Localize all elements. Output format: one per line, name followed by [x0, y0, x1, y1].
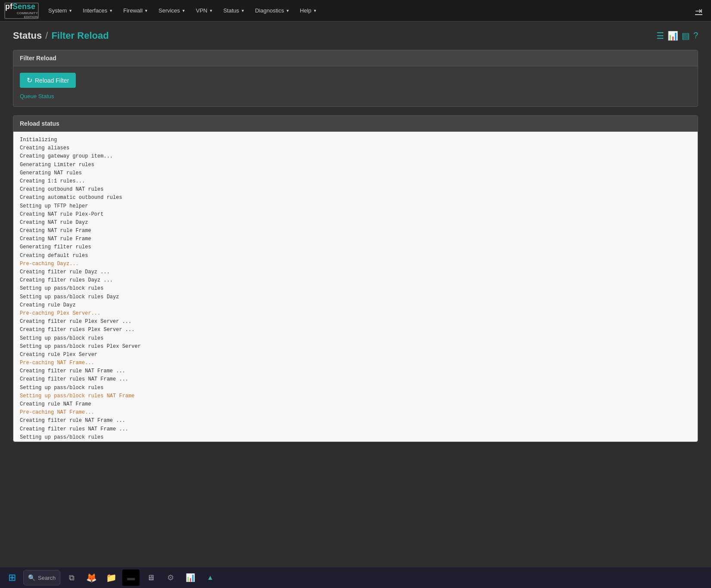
- log-line: Creating default rules: [20, 252, 691, 260]
- log-area[interactable]: InitializingCreating aliasesCreating gat…: [13, 132, 698, 442]
- log-line: Pre-caching Dayz...: [20, 260, 691, 268]
- log-line: Pre-caching NAT Frame...: [20, 409, 691, 417]
- log-line: Creating filter rules Plex Server ...: [20, 326, 691, 334]
- help-icon[interactable]: ?: [693, 31, 698, 41]
- breadcrumb-current: Filter Reload: [51, 30, 109, 41]
- log-line: Creating filter rule Dayz ...: [20, 268, 691, 276]
- reload-icon: ↻: [27, 76, 32, 84]
- logout-button[interactable]: ⇥: [691, 6, 707, 16]
- taskbar: ⊞ 🔍 Search ⧉ 🦊 📁 ▬ 🖥 ⚙ 📊 ▲: [0, 567, 711, 588]
- log-line: Generating Limiter rules: [20, 161, 691, 169]
- firefox-button[interactable]: 🦊: [83, 569, 100, 586]
- log-line: Creating filter rule NAT Frame ...: [20, 417, 691, 425]
- log-line: Setting up pass/block rules: [20, 285, 691, 293]
- log-line: Creating NAT rule Frame: [20, 235, 691, 243]
- log-line: Creating filter rule Plex Server ...: [20, 318, 691, 326]
- log-line: Setting up pass/block rules: [20, 433, 691, 442]
- queue-status-link[interactable]: Queue Status: [20, 93, 54, 99]
- breadcrumb: Status / Filter Reload: [13, 30, 109, 41]
- breadcrumb-icons: ☰ 📊 ▤ ?: [656, 31, 698, 41]
- log-line: Creating rule Dayz: [20, 301, 691, 309]
- settings-button[interactable]: ⚙: [162, 569, 179, 586]
- logo-text: pf: [5, 2, 12, 11]
- log-line: Creating automatic outbound rules: [20, 194, 691, 202]
- filter-reload-heading: Filter Reload: [13, 50, 698, 66]
- edition-text: COMMUNITY EDITION: [5, 11, 38, 19]
- log-line: Creating NAT rule Plex-Port: [20, 210, 691, 219]
- log-line: Generating NAT rules: [20, 169, 691, 177]
- breadcrumb-separator: /: [45, 30, 48, 41]
- reload-status-panel: Reload status InitializingCreating alias…: [13, 115, 698, 442]
- folder-button[interactable]: 📁: [102, 569, 120, 586]
- windows-start-button[interactable]: ⊞: [3, 569, 21, 586]
- log-line: Creating gateway group item...: [20, 152, 691, 161]
- monitor-button[interactable]: 🖥: [142, 569, 159, 586]
- nav-vpn[interactable]: VPN▼: [191, 0, 218, 22]
- log-line: Initializing: [20, 136, 691, 144]
- reload-filter-button[interactable]: ↻ Reload Filter: [20, 73, 76, 88]
- taskbar-search-box[interactable]: 🔍 Search: [23, 570, 60, 585]
- log-line: Creating outbound NAT rules: [20, 186, 691, 194]
- nav-system[interactable]: System▼: [43, 0, 78, 22]
- nav-help[interactable]: Help▼: [295, 0, 322, 22]
- log-line: Creating 1:1 rules...: [20, 177, 691, 186]
- breadcrumb-area: Status / Filter Reload ☰ 📊 ▤ ?: [13, 30, 698, 41]
- nav-right: ⇥: [691, 6, 707, 16]
- log-line: Generating filter rules: [20, 243, 691, 251]
- log-line: Pre-caching Plex Server...: [20, 309, 691, 318]
- log-line: Creating filter rules NAT Frame ...: [20, 375, 691, 384]
- chart-icon[interactable]: 📊: [668, 31, 678, 41]
- brand-logo[interactable]: pfSense COMMUNITY EDITION: [4, 3, 39, 19]
- log-line: Creating rule NAT Frame: [20, 400, 691, 409]
- terminal-button[interactable]: ▬: [122, 569, 140, 586]
- nav-interfaces[interactable]: Interfaces▼: [78, 0, 118, 22]
- task-view-button[interactable]: ⧉: [63, 569, 80, 586]
- arrow-button[interactable]: ▲: [202, 569, 219, 586]
- log-line: Creating filter rule NAT Frame ...: [20, 367, 691, 375]
- search-label: Search: [38, 575, 56, 581]
- nav-firewall[interactable]: Firewall▼: [118, 0, 153, 22]
- log-line: Setting up TFTP helper: [20, 202, 691, 210]
- search-icon: 🔍: [28, 574, 35, 581]
- nav-menu: System▼ Interfaces▼ Firewall▼ Services▼ …: [43, 0, 691, 22]
- log-line: Creating NAT rule Dayz: [20, 219, 691, 227]
- page-content: Status / Filter Reload ☰ 📊 ▤ ? Filter Re…: [0, 22, 711, 567]
- log-line: Setting up pass/block rules: [20, 334, 691, 343]
- chart-button[interactable]: 📊: [182, 569, 199, 586]
- log-line: Creating filter rules NAT Frame ...: [20, 425, 691, 433]
- log-line: Creating NAT rule Frame: [20, 227, 691, 235]
- nav-services[interactable]: Services▼: [153, 0, 191, 22]
- log-line: Creating filter rules Dayz ...: [20, 276, 691, 285]
- log-line: Creating rule Plex Server: [20, 351, 691, 359]
- list-icon[interactable]: ☰: [656, 31, 664, 41]
- table-icon[interactable]: ▤: [682, 31, 690, 41]
- filter-reload-panel: Filter Reload ↻ Reload Filter Queue Stat…: [13, 50, 698, 107]
- nav-status[interactable]: Status▼: [218, 0, 250, 22]
- reload-status-heading: Reload status: [13, 116, 698, 132]
- breadcrumb-parent: Status: [13, 30, 42, 41]
- nav-diagnostics[interactable]: Diagnostics▼: [250, 0, 295, 22]
- log-line: Setting up pass/block rules Plex Server: [20, 343, 691, 351]
- log-line: Creating aliases: [20, 144, 691, 152]
- log-line: Setting up pass/block rules NAT Frame: [20, 392, 691, 400]
- log-line: Setting up pass/block rules Dayz: [20, 293, 691, 301]
- log-line: Pre-caching NAT Frame...: [20, 359, 691, 367]
- log-line: Setting up pass/block rules: [20, 384, 691, 392]
- filter-reload-body: ↻ Reload Filter Queue Status: [13, 66, 698, 106]
- top-navbar: pfSense COMMUNITY EDITION System▼ Interf…: [0, 0, 711, 22]
